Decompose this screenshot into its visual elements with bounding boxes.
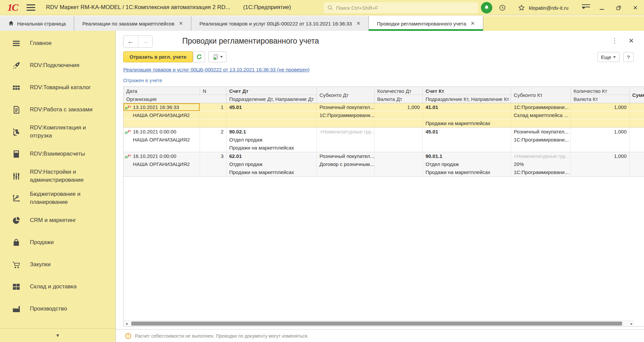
cell-credit-dept-1[interactable]: [423, 111, 511, 119]
cell-debit-account[interactable]: 62.01: [227, 152, 317, 160]
col-debit-sub[interactable]: Субконто Дт: [317, 87, 375, 103]
col-credit-sub[interactable]: Субконто Кт: [511, 87, 571, 103]
tab-close-icon[interactable]: ✕: [470, 20, 475, 26]
service-menu-icon[interactable]: [582, 4, 590, 15]
cell-empty[interactable]: [200, 144, 227, 152]
cell-sum-2[interactable]: [630, 160, 644, 168]
scroll-left-icon[interactable]: ◂: [123, 321, 130, 326]
cell-date[interactable]: ДтКт13.10.2021 16:36:33: [123, 103, 200, 111]
cell-empty[interactable]: [630, 144, 644, 152]
cell-empty[interactable]: [200, 160, 227, 168]
cell-empty[interactable]: [375, 168, 423, 176]
main-menu-icon[interactable]: [27, 4, 35, 11]
cell-credit-account[interactable]: 41.01: [423, 103, 511, 111]
cell-date[interactable]: ДтКт16.10.2021 0:00:00: [123, 128, 200, 136]
close-page-icon[interactable]: ✕: [629, 37, 634, 45]
favorites-star-icon[interactable]: [518, 4, 525, 13]
sidebar-item-sliders[interactable]: RDV:Настройки и администрирование: [0, 165, 115, 187]
cell-empty[interactable]: [571, 119, 630, 127]
cell-empty[interactable]: [123, 144, 200, 152]
sidebar-item-pie[interactable]: CRM и маркетинг: [0, 209, 115, 231]
horizontal-scrollbar[interactable]: ◂ ▸: [123, 321, 635, 326]
tab-3[interactable]: Проводки регламентированного учета✕: [369, 16, 483, 31]
cell-debit-qty[interactable]: [375, 152, 423, 160]
table-row[interactable]: ДтКт16.10.2021 0:00:00290.02.1<Номенклат…: [123, 128, 644, 152]
restore-button[interactable]: [614, 3, 623, 12]
col-sum[interactable]: Сумма: [630, 87, 644, 103]
sidebar-item-factory[interactable]: Производство: [0, 298, 115, 320]
cell-credit-account[interactable]: 45.01: [423, 128, 511, 136]
cell-debit-currency[interactable]: [375, 111, 423, 119]
cell-sum[interactable]: [630, 128, 644, 136]
tab-2[interactable]: Реализация товаров и услуг 00ЦБ-000222 о…: [191, 16, 369, 31]
document-link[interactable]: Реализация товаров и услуг 00ЦБ-000222 о…: [123, 67, 309, 72]
cell-empty[interactable]: [200, 111, 227, 119]
notifications-bell-icon[interactable]: [481, 2, 492, 13]
sidebar-item-document[interactable]: RDV:Работа с заказами: [0, 99, 115, 121]
cell-debit-sub-1[interactable]: <Номенклатурные гру...: [317, 128, 375, 136]
cell-empty[interactable]: [200, 136, 227, 144]
cell-credit-sub-3[interactable]: [511, 119, 571, 127]
cell-sum[interactable]: [630, 152, 644, 160]
cell-debit-account[interactable]: 45.01: [227, 103, 317, 111]
cell-debit-sub-1[interactable]: Розничный покупател...: [317, 152, 375, 160]
cell-credit-dept-1[interactable]: [423, 136, 511, 144]
col-credit-dept[interactable]: Подразделение Кт, Направление Кт: [423, 95, 511, 103]
cell-debit-sub-1[interactable]: Розничный покупател...: [317, 103, 375, 111]
minimize-button[interactable]: [597, 3, 606, 12]
cell-n[interactable]: 2: [200, 128, 227, 136]
cell-debit-dept-1[interactable]: Отдел продаж: [227, 136, 317, 144]
cell-debit-currency[interactable]: [375, 160, 423, 168]
cell-date[interactable]: ДтКт16.10.2021 0:00:00: [123, 152, 200, 160]
cell-credit-sub-1[interactable]: 1С:Программировани...: [511, 103, 571, 111]
cell-sum-2[interactable]: [630, 136, 644, 144]
tab-close-icon[interactable]: ✕: [356, 20, 361, 26]
cell-debit-sub-2[interactable]: Договор с розничным...: [317, 160, 375, 168]
cell-empty[interactable]: [375, 119, 423, 127]
cell-credit-qty[interactable]: 1,000: [571, 152, 630, 160]
cell-n[interactable]: 1: [200, 103, 227, 111]
cell-empty[interactable]: [200, 168, 227, 176]
sidebar-item-calculator[interactable]: RDV:Взаиморасчеты: [0, 143, 115, 165]
cell-credit-account[interactable]: 90.01.1: [423, 152, 511, 160]
cell-credit-dept-1[interactable]: Отдел продаж: [423, 160, 511, 168]
cell-empty[interactable]: [123, 119, 200, 127]
cell-empty[interactable]: [630, 119, 644, 127]
cell-credit-currency[interactable]: [571, 111, 630, 119]
sidebar-item-cart[interactable]: Закупки: [0, 253, 115, 276]
cell-empty[interactable]: [375, 144, 423, 152]
cell-credit-sub-1[interactable]: <Номенклатурные гру...: [511, 152, 571, 160]
sidebar-item-grid[interactable]: RDV:Товарный каталог: [0, 76, 115, 99]
cell-credit-dept-2[interactable]: Продажи на маркетплейсах: [423, 168, 511, 176]
cell-credit-sub-2[interactable]: 20%: [511, 160, 571, 168]
cell-debit-dept-2[interactable]: [227, 119, 317, 127]
reflect-document-button[interactable]: [208, 51, 227, 62]
cell-debit-qty[interactable]: 1,000: [375, 103, 423, 111]
cell-org[interactable]: НАША ОРГАНИЗАЦИЯ2: [123, 160, 200, 168]
col-n[interactable]: N: [200, 87, 227, 95]
cell-credit-sub-3[interactable]: [511, 144, 571, 152]
cell-credit-qty[interactable]: 1,000: [571, 103, 630, 111]
sidebar-item-rocket[interactable]: RDV:Подключения: [0, 54, 115, 76]
cell-sum-2[interactable]: [630, 111, 644, 119]
cell-credit-sub-3[interactable]: 1С:Программировани...: [511, 168, 571, 176]
col-debit-dept[interactable]: Подразделение Дт, Направление Дт: [227, 95, 317, 103]
tab-home[interactable]: Начальная страница: [0, 16, 74, 31]
more-options-icon[interactable]: ⋮: [611, 37, 618, 45]
sidebar-item-warehouse[interactable]: Склад и доставка: [0, 276, 115, 298]
table-row[interactable]: ДтКт13.10.2021 16:36:33145.01Розничный п…: [123, 103, 644, 128]
cell-empty[interactable]: [571, 168, 630, 176]
cell-debit-sub-2[interactable]: [317, 136, 375, 144]
sidebar-item-chart[interactable]: ₽Бюджетирование и планирование: [0, 187, 115, 209]
col-debit-currency[interactable]: Валюта Дт: [375, 95, 423, 103]
cell-debit-dept-2[interactable]: Продажи на маркетплейсах: [227, 144, 317, 152]
cell-debit-currency[interactable]: [375, 136, 423, 144]
cell-debit-qty[interactable]: [375, 128, 423, 136]
col-credit-currency[interactable]: Валюта Кт: [571, 95, 630, 103]
more-button[interactable]: Еще: [597, 52, 620, 62]
cell-credit-sub-2[interactable]: 1С:Программировани...: [511, 136, 571, 144]
col-org[interactable]: Организация: [123, 95, 227, 103]
cell-credit-dept-2[interactable]: [423, 144, 511, 152]
cell-sum[interactable]: [630, 103, 644, 111]
cell-credit-qty[interactable]: 1,000: [571, 128, 630, 136]
